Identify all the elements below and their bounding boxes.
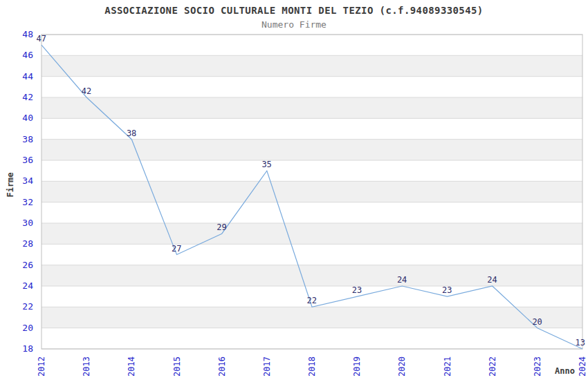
x-axis-label: Anno (555, 366, 575, 376)
y-tick-label: 24 (22, 281, 33, 291)
y-tick-label: 18 (22, 343, 33, 354)
x-tick-label: 2024 (578, 357, 587, 377)
y-tick-label: 28 (22, 238, 33, 249)
value-label: 22 (307, 296, 317, 305)
y-tick-label: 26 (22, 260, 33, 270)
y-tick-label: 48 (22, 29, 33, 39)
x-tick-label: 2018 (307, 357, 317, 377)
x-tick-label: 2012 (37, 357, 46, 377)
value-label: 20 (532, 317, 542, 327)
y-tick-label: 22 (22, 301, 33, 312)
background-band (42, 265, 582, 286)
background-band (42, 223, 582, 244)
y-tick-label: 42 (22, 92, 33, 102)
value-label: 23 (352, 285, 362, 295)
value-label: 23 (442, 285, 452, 295)
x-tick-label: 2017 (262, 357, 272, 377)
value-label: 47 (37, 34, 46, 44)
y-tick-label: 32 (22, 197, 33, 207)
value-label: 35 (261, 160, 271, 169)
background-band (42, 181, 582, 202)
x-tick-label: 2022 (488, 357, 497, 377)
x-tick-label: 2019 (352, 357, 362, 377)
y-tick-label: 38 (22, 134, 33, 144)
value-label: 13 (576, 338, 585, 348)
value-label: 38 (127, 129, 136, 138)
background-band (42, 55, 582, 76)
background-band (42, 140, 582, 160)
x-tick-label: 2023 (533, 357, 542, 377)
x-tick-label: 2016 (217, 357, 227, 377)
value-label: 42 (82, 86, 91, 96)
x-tick-label: 2015 (172, 357, 182, 377)
y-tick-label: 20 (22, 323, 33, 333)
x-tick-label: 2020 (397, 357, 407, 377)
y-tick-label: 40 (22, 113, 33, 123)
x-tick-label: 2013 (82, 357, 91, 377)
value-label: 24 (397, 275, 407, 285)
y-tick-label: 34 (22, 175, 33, 186)
line-chart-canvas: 4742382729352223242324201318202224262830… (0, 0, 588, 380)
y-tick-label: 46 (22, 50, 33, 60)
y-axis-label: Firme (6, 172, 15, 197)
y-tick-label: 44 (22, 71, 33, 82)
y-tick-label: 30 (22, 218, 33, 228)
y-tick-label: 36 (22, 155, 33, 165)
value-label: 27 (172, 244, 181, 254)
x-tick-label: 2021 (443, 357, 452, 377)
value-label: 29 (217, 222, 226, 232)
value-label: 24 (487, 275, 497, 285)
background-band (42, 307, 582, 327)
x-tick-label: 2014 (127, 357, 136, 377)
background-band (42, 97, 582, 118)
